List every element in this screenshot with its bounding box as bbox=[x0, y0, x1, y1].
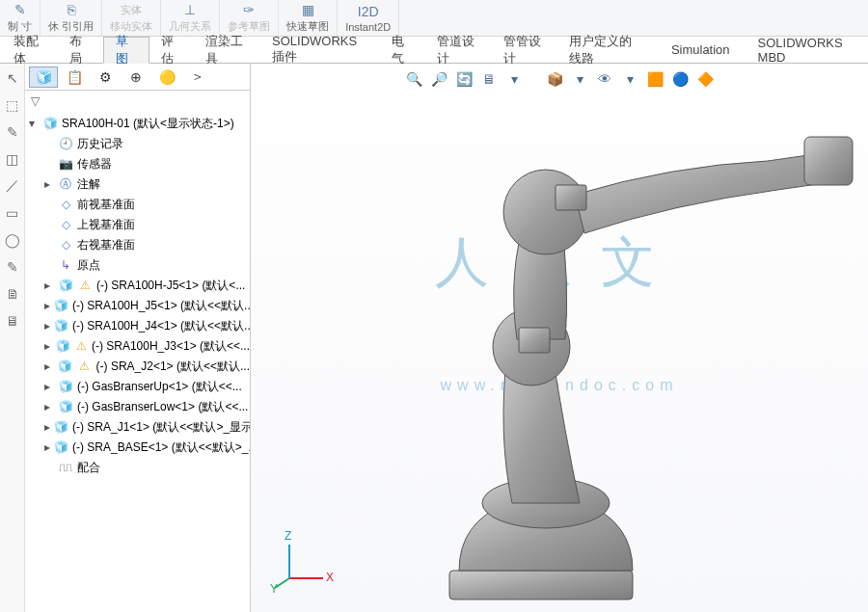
tree-part[interactable]: ▸🧊(-) SRA_BASE<1> (默认<<默认>_... bbox=[29, 438, 250, 458]
svg-rect-4 bbox=[804, 137, 853, 185]
viewport-tool-6[interactable]: 📦 bbox=[545, 69, 564, 89]
tree-filter[interactable]: ▽ bbox=[25, 91, 250, 112]
viewport-tool-8[interactable]: 👁 bbox=[595, 69, 614, 89]
ribbon-tab-9[interactable]: 用户定义的线路 bbox=[557, 37, 656, 63]
label: 注解 bbox=[77, 174, 100, 195]
tree-right-plane[interactable]: ◇右视基准面 bbox=[29, 235, 250, 255]
graphics-viewport[interactable]: 🔍🔎🔄🖥▾📦▾👁▾🟧🔵🔶 人人文库 www.renrendoc.com bbox=[251, 64, 868, 612]
ribbon-group-quicksketch[interactable]: ▦快速草图 bbox=[279, 0, 338, 36]
tree-top-plane[interactable]: ◇上视基准面 bbox=[29, 215, 250, 235]
ribbon-tab-2[interactable]: 草图 bbox=[103, 37, 149, 64]
sensor-icon: 📷 bbox=[58, 157, 73, 173]
label: 前视基准面 bbox=[77, 195, 135, 215]
label: 传感器 bbox=[77, 154, 112, 174]
viewport-tool-12[interactable]: 🔶 bbox=[695, 69, 715, 89]
tool-sketch-icon[interactable]: ✎ bbox=[4, 123, 21, 141]
sidebar-tab-2[interactable]: ⚙ bbox=[91, 67, 120, 88]
ribbon-tab-0[interactable]: 装配体 bbox=[2, 37, 58, 63]
model-render bbox=[353, 98, 854, 609]
tree-part[interactable]: ▸🧊⚠(-) SRA100H_J3<1> (默认<<... bbox=[29, 336, 250, 357]
viewport-tool-4[interactable]: ▾ bbox=[504, 69, 524, 89]
ribbon-tab-4[interactable]: 渲染工具 bbox=[194, 37, 260, 63]
label: 原点 bbox=[77, 255, 100, 276]
sidebar-tab-4[interactable]: 🟡 bbox=[152, 67, 181, 88]
ribbon-partial: ✎制 寸 ⎘休 引引用 实体移动实体 ⊥几何关系 ✑参考草图 ▦快速草图 I2D… bbox=[0, 0, 868, 37]
tree-part[interactable]: ▸🧊(-) GasBranserUp<1> (默认<<... bbox=[29, 377, 250, 397]
tree-front-plane[interactable]: ◇前视基准面 bbox=[29, 195, 250, 215]
feature-manager-sidebar: 🧊📋⚙⊕🟡＞ ▽ ▾🧊SRA100H-01 (默认<显示状态-1>) 🕘历史记录… bbox=[25, 64, 251, 612]
part-icon: 🧊 bbox=[58, 359, 73, 375]
ribbon-group-geom: ⊥几何关系 bbox=[161, 0, 220, 36]
tree-root[interactable]: ▾🧊SRA100H-01 (默认<显示状态-1>) bbox=[29, 114, 250, 134]
feature-tree: ▾🧊SRA100H-01 (默认<显示状态-1>) 🕘历史记录 📷传感器 ▸Ⓐ注… bbox=[25, 112, 250, 612]
origin-icon: ↳ bbox=[58, 258, 73, 274]
part-icon: 🧊 bbox=[54, 319, 68, 334]
sidebar-tab-0[interactable]: 🧊 bbox=[29, 67, 58, 88]
tree-sensors[interactable]: 📷传感器 bbox=[29, 154, 250, 174]
annotation-icon: Ⓐ bbox=[58, 177, 73, 193]
ribbon-tab-6[interactable]: 电气 bbox=[380, 37, 425, 63]
viewport-tool-11[interactable]: 🔵 bbox=[670, 69, 690, 89]
viewport-tool-3[interactable]: 🖥 bbox=[479, 69, 499, 89]
tool-circle-icon[interactable]: ◯ bbox=[4, 231, 21, 249]
ribbon-group-refsketch: ✑参考草图 bbox=[220, 0, 279, 36]
ribbon-tab-10[interactable]: Simulation bbox=[660, 37, 743, 63]
tool-cursor-icon[interactable]: ⬚ bbox=[4, 96, 21, 114]
tree-mates[interactable]: ⎍⎍配合 bbox=[29, 458, 250, 478]
tree-annotations[interactable]: ▸Ⓐ注解 bbox=[29, 174, 250, 195]
tree-history[interactable]: 🕘历史记录 bbox=[29, 134, 250, 154]
tool-select-icon[interactable]: ↖ bbox=[4, 69, 21, 87]
part-icon: 🧊 bbox=[54, 440, 68, 456]
warning-icon: ⚠ bbox=[77, 279, 93, 294]
ribbon-tab-11[interactable]: SOLIDWORKS MBD bbox=[746, 37, 868, 63]
label: (-) GasBranserUp<1> (默认<<... bbox=[77, 377, 242, 397]
viewport-tool-10[interactable]: 🟧 bbox=[645, 69, 665, 89]
mates-icon: ⎍⎍ bbox=[58, 461, 73, 476]
label: 移动实体 bbox=[110, 19, 152, 34]
sidebar-tab-3[interactable]: ⊕ bbox=[122, 67, 150, 88]
svg-text:X: X bbox=[326, 571, 334, 584]
ribbon-tab-1[interactable]: 布局 bbox=[58, 37, 103, 63]
part-icon: 🧊 bbox=[54, 299, 68, 314]
label: 上视基准面 bbox=[77, 215, 135, 235]
tool-rect-icon[interactable]: ▭ bbox=[4, 204, 21, 222]
label: 右视基准面 bbox=[77, 235, 135, 255]
label: (-) SRA100H-J5<1> (默认<... bbox=[96, 276, 245, 296]
ribbon-tab-3[interactable]: 评估 bbox=[149, 37, 195, 63]
tool-note-icon[interactable]: ✎ bbox=[4, 258, 21, 276]
viewport-tool-2[interactable]: 🔄 bbox=[454, 69, 474, 89]
ribbon-tab-7[interactable]: 管道设计 bbox=[425, 37, 492, 63]
svg-text:Z: Z bbox=[285, 529, 291, 543]
part-icon: 🧊 bbox=[54, 420, 68, 436]
tool-plane-icon[interactable]: ◫ bbox=[4, 150, 21, 168]
funnel-icon: ▽ bbox=[31, 94, 40, 108]
sidebar-tab-1[interactable]: 📋 bbox=[60, 67, 89, 88]
tool-pc-icon[interactable]: 🖥 bbox=[4, 312, 21, 330]
ribbon-tab-8[interactable]: 管管设计 bbox=[492, 37, 558, 63]
tree-origin[interactable]: ↳原点 bbox=[29, 255, 250, 276]
tree-part[interactable]: ▸🧊(-) GasBranserLow<1> (默认<<... bbox=[29, 397, 250, 417]
ribbon-tab-5[interactable]: SOLIDWORKS 插件 bbox=[260, 37, 380, 63]
tree-part[interactable]: ▸🧊(-) SRA100H_J5<1> (默认<<默认... bbox=[29, 296, 250, 316]
sidebar-tab-5[interactable]: ＞ bbox=[183, 67, 212, 88]
tree-part[interactable]: ▸🧊(-) SRA_J1<1> (默认<<默认>_显示... bbox=[29, 417, 250, 438]
ribbon-tabs: 装配体布局草图评估渲染工具SOLIDWORKS 插件电气管道设计管管设计用户定义… bbox=[0, 37, 868, 64]
viewport-tool-0[interactable]: 🔍 bbox=[404, 69, 423, 89]
label: 快速草图 bbox=[286, 19, 329, 34]
label: (-) SRA_BASE<1> (默认<<默认>_... bbox=[72, 438, 250, 458]
tool-line-icon[interactable]: ／ bbox=[4, 177, 21, 195]
svg-rect-0 bbox=[449, 571, 633, 599]
tool-doc-icon[interactable]: 🗎 bbox=[4, 285, 21, 303]
tree-part[interactable]: ▸🧊(-) SRA100H_J4<1> (默认<<默认... bbox=[29, 316, 250, 336]
tree-part[interactable]: ▸🧊⚠(-) SRA100H-J5<1> (默认<... bbox=[29, 276, 250, 296]
label: (-) SRA100H_J3<1> (默认<<... bbox=[92, 336, 250, 357]
ribbon-group-entity: 实体移动实体 bbox=[102, 0, 161, 36]
viewport-tool-7[interactable]: ▾ bbox=[570, 69, 589, 89]
viewport-tool-9[interactable]: ▾ bbox=[620, 69, 639, 89]
label: (-) SRA_J2<1> (默认<<默认... bbox=[96, 357, 250, 377]
viewport-toolbar: 🔍🔎🔄🖥▾📦▾👁▾🟧🔵🔶 bbox=[400, 67, 719, 91]
label: 实体 bbox=[121, 3, 142, 17]
viewport-tool-1[interactable]: 🔎 bbox=[429, 69, 448, 89]
ribbon-group-instant2d[interactable]: I2DInstant2D bbox=[338, 0, 399, 36]
tree-part[interactable]: ▸🧊⚠(-) SRA_J2<1> (默认<<默认... bbox=[29, 357, 250, 377]
